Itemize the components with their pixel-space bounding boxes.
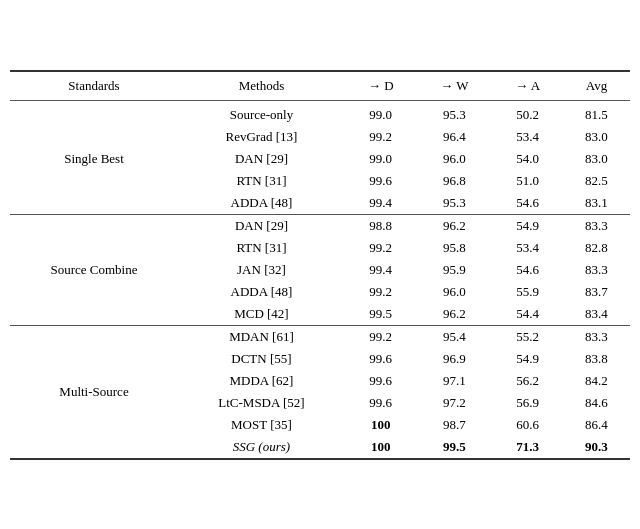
value-a: 54.0 xyxy=(492,148,563,170)
value-avg: 82.8 xyxy=(563,237,630,259)
value-d: 99.5 xyxy=(345,303,417,326)
value-avg: 86.4 xyxy=(563,414,630,436)
value-a: 56.2 xyxy=(492,370,563,392)
value-w: 97.1 xyxy=(417,370,493,392)
value-a: 55.9 xyxy=(492,281,563,303)
method-name: RTN [31] xyxy=(178,170,345,192)
value-avg: 83.0 xyxy=(563,126,630,148)
value-a: 54.6 xyxy=(492,192,563,215)
value-avg: 83.3 xyxy=(563,259,630,281)
value-avg: 82.5 xyxy=(563,170,630,192)
value-w: 98.7 xyxy=(417,414,493,436)
value-a: 50.2 xyxy=(492,100,563,126)
value-d: 99.4 xyxy=(345,259,417,281)
method-name: DAN [29] xyxy=(178,214,345,237)
method-name: JAN [32] xyxy=(178,259,345,281)
value-avg: 83.1 xyxy=(563,192,630,215)
value-a: 54.6 xyxy=(492,259,563,281)
method-name: DCTN [55] xyxy=(178,348,345,370)
header-avg: Avg xyxy=(563,71,630,101)
value-avg: 83.4 xyxy=(563,303,630,326)
value-a: 71.3 xyxy=(492,436,563,459)
value-a: 53.4 xyxy=(492,126,563,148)
value-d: 99.2 xyxy=(345,325,417,348)
value-a: 56.9 xyxy=(492,392,563,414)
value-w: 96.0 xyxy=(417,281,493,303)
value-w: 96.9 xyxy=(417,348,493,370)
method-name: DAN [29] xyxy=(178,148,345,170)
value-d: 99.2 xyxy=(345,126,417,148)
value-d: 99.2 xyxy=(345,281,417,303)
method-name: SSG (ours) xyxy=(178,436,345,459)
value-avg: 84.2 xyxy=(563,370,630,392)
value-a: 54.9 xyxy=(492,214,563,237)
value-avg: 83.3 xyxy=(563,214,630,237)
value-d: 99.6 xyxy=(345,348,417,370)
header-methods: Methods xyxy=(178,71,345,101)
value-d: 99.4 xyxy=(345,192,417,215)
value-w: 97.2 xyxy=(417,392,493,414)
value-avg: 83.7 xyxy=(563,281,630,303)
header-row: Standards Methods → D → W → A Avg xyxy=(10,71,630,101)
value-d: 99.0 xyxy=(345,100,417,126)
value-d: 99.6 xyxy=(345,392,417,414)
value-d: 98.8 xyxy=(345,214,417,237)
value-avg: 83.8 xyxy=(563,348,630,370)
value-avg: 84.6 xyxy=(563,392,630,414)
header-d: → D xyxy=(345,71,417,101)
section-label: Source Combine xyxy=(10,214,178,325)
value-d: 100 xyxy=(345,436,417,459)
section-label: Single Best xyxy=(10,100,178,214)
method-name: ADDA [48] xyxy=(178,192,345,215)
value-a: 51.0 xyxy=(492,170,563,192)
header-a: → A xyxy=(492,71,563,101)
value-d: 100 xyxy=(345,414,417,436)
method-name: LtC-MSDA [52] xyxy=(178,392,345,414)
header-w: → W xyxy=(417,71,493,101)
value-w: 99.5 xyxy=(417,436,493,459)
value-d: 99.2 xyxy=(345,237,417,259)
method-name: Source-only xyxy=(178,100,345,126)
value-w: 96.8 xyxy=(417,170,493,192)
value-avg: 90.3 xyxy=(563,436,630,459)
method-name: MOST [35] xyxy=(178,414,345,436)
value-a: 54.9 xyxy=(492,348,563,370)
method-name: ADDA [48] xyxy=(178,281,345,303)
value-w: 95.3 xyxy=(417,192,493,215)
value-avg: 83.3 xyxy=(563,325,630,348)
section-label: Multi-Source xyxy=(10,325,178,459)
value-w: 96.0 xyxy=(417,148,493,170)
method-name: MDAN [61] xyxy=(178,325,345,348)
value-d: 99.0 xyxy=(345,148,417,170)
value-avg: 83.0 xyxy=(563,148,630,170)
method-name: RevGrad [13] xyxy=(178,126,345,148)
results-table: Standards Methods → D → W → A Avg Single… xyxy=(10,70,630,460)
table-container: Standards Methods → D → W → A Avg Single… xyxy=(10,70,630,460)
value-w: 95.9 xyxy=(417,259,493,281)
value-avg: 81.5 xyxy=(563,100,630,126)
value-w: 96.4 xyxy=(417,126,493,148)
value-w: 95.3 xyxy=(417,100,493,126)
value-d: 99.6 xyxy=(345,370,417,392)
value-w: 96.2 xyxy=(417,214,493,237)
value-w: 95.4 xyxy=(417,325,493,348)
value-a: 53.4 xyxy=(492,237,563,259)
method-name: MCD [42] xyxy=(178,303,345,326)
value-a: 54.4 xyxy=(492,303,563,326)
value-a: 55.2 xyxy=(492,325,563,348)
value-w: 95.8 xyxy=(417,237,493,259)
table-row: Source CombineDAN [29]98.896.254.983.3 xyxy=(10,214,630,237)
value-d: 99.6 xyxy=(345,170,417,192)
table-row: Single BestSource-only99.095.350.281.5 xyxy=(10,100,630,126)
method-name: RTN [31] xyxy=(178,237,345,259)
value-a: 60.6 xyxy=(492,414,563,436)
header-standards: Standards xyxy=(10,71,178,101)
value-w: 96.2 xyxy=(417,303,493,326)
method-name: MDDA [62] xyxy=(178,370,345,392)
table-row: Multi-SourceMDAN [61]99.295.455.283.3 xyxy=(10,325,630,348)
